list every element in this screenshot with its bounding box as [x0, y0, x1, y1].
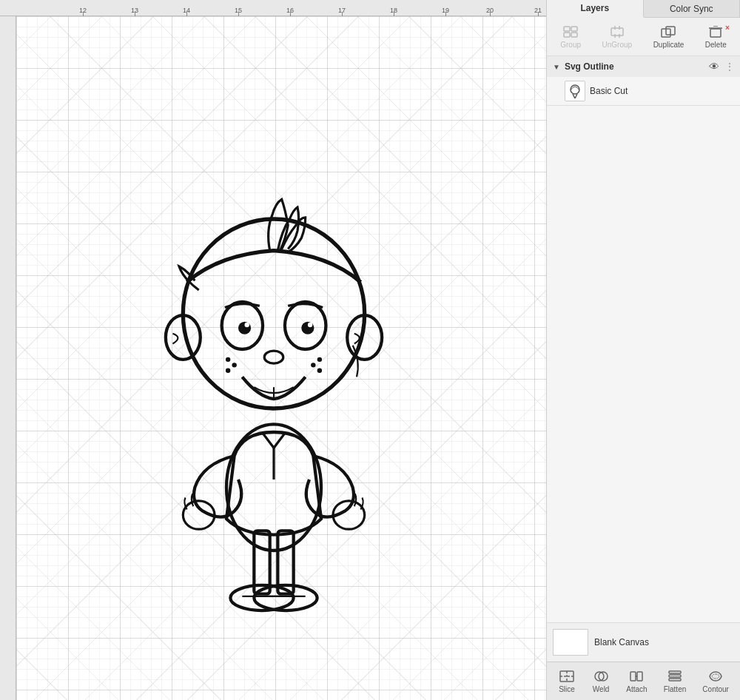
- svg-rect-28: [571, 27, 577, 31]
- svg-rect-51: [669, 675, 681, 677]
- layer-toolbar: Group UnGroup Duplicate: [547, 18, 740, 56]
- blank-canvas-thumbnail: [553, 629, 588, 656]
- svg-point-17: [245, 323, 249, 327]
- contour-button[interactable]: Contour: [698, 667, 733, 696]
- svg-point-24: [317, 357, 322, 362]
- right-panel: Layers Color Sync Group: [546, 0, 740, 700]
- contour-icon: [707, 669, 724, 684]
- ruler-top: 12 13 14 15 16 17 18 19 20 21: [0, 0, 546, 16]
- chevron-down-icon: ▼: [553, 63, 560, 71]
- attach-icon: [628, 669, 645, 684]
- svg-point-25: [311, 363, 315, 367]
- ruler-ticks: 12 13 14 15 16 17 18 19 20 21: [16, 0, 546, 16]
- flatten-icon: [666, 669, 684, 684]
- svg-rect-48: [637, 672, 642, 681]
- layer-item-basic-cut[interactable]: Basic Cut: [547, 77, 740, 105]
- weld-icon: [592, 669, 610, 684]
- svg-rect-47: [630, 672, 636, 681]
- bottom-toolbar: Slice Weld Attach: [547, 662, 740, 700]
- svg-rect-29: [564, 33, 570, 37]
- ungroup-icon: [608, 24, 626, 39]
- panel-tabs: Layers Color Sync: [547, 0, 740, 18]
- svg-rect-50: [669, 671, 681, 673]
- svg-rect-30: [571, 33, 577, 37]
- svg-point-23: [226, 368, 230, 373]
- layer-group-svg-outline: ▼ Svg Outline 👁 ⋮ Basic Cut: [547, 56, 740, 106]
- layers-list: ▼ Svg Outline 👁 ⋮ Basic Cut: [547, 56, 740, 622]
- svg-point-10: [183, 219, 364, 408]
- blank-canvas-section: Blank Canvas: [547, 622, 740, 662]
- slice-button[interactable]: Slice: [554, 667, 580, 696]
- svg-point-15: [238, 322, 251, 334]
- character-illustration: [59, 30, 488, 622]
- delete-icon: [707, 24, 724, 39]
- slice-icon: [558, 669, 576, 684]
- svg-point-21: [226, 357, 230, 362]
- delete-button[interactable]: Delete: [701, 22, 731, 51]
- attach-button[interactable]: Attach: [622, 667, 651, 696]
- tab-color-sync[interactable]: Color Sync: [644, 0, 741, 17]
- svg-rect-27: [564, 27, 570, 31]
- weld-button[interactable]: Weld: [588, 667, 614, 696]
- tab-layers[interactable]: Layers: [547, 0, 644, 18]
- svg-point-16: [301, 322, 314, 334]
- layer-group-header[interactable]: ▼ Svg Outline 👁 ⋮: [547, 56, 740, 77]
- svg-point-19: [264, 351, 283, 363]
- visibility-icon[interactable]: 👁: [709, 61, 719, 73]
- svg-point-26: [317, 368, 322, 373]
- ungroup-button[interactable]: UnGroup: [598, 22, 637, 51]
- duplicate-button[interactable]: Duplicate: [649, 22, 689, 51]
- flatten-button[interactable]: Flatten: [659, 667, 691, 696]
- ruler-left: [0, 16, 16, 700]
- svg-point-22: [232, 363, 236, 367]
- svg-rect-31: [611, 28, 623, 36]
- svg-point-18: [308, 323, 312, 327]
- group-button[interactable]: Group: [556, 22, 585, 51]
- svg-rect-38: [710, 29, 721, 37]
- svg-rect-52: [669, 679, 681, 681]
- canvas-area: 12 13 14 15 16 17 18 19 20 21: [0, 0, 546, 700]
- more-icon[interactable]: ⋮: [725, 61, 734, 72]
- layer-item-thumbnail: [565, 81, 585, 101]
- duplicate-icon: [659, 24, 677, 39]
- group-icon: [562, 24, 579, 39]
